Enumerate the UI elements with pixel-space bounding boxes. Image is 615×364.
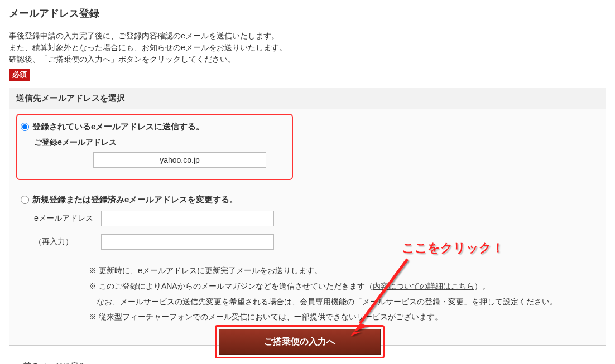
option-registered-row[interactable]: 登録されているeメールアドレスに送信する。: [21, 122, 286, 132]
required-badge: 必須: [9, 69, 30, 81]
panel-header: 送信先メールアドレスを選択: [9, 88, 606, 109]
primary-button-highlight: ご搭乗便の入力へ: [215, 325, 385, 358]
option-new-row[interactable]: 新規登録または登録済みeメールアドレスを変更する。: [21, 195, 594, 205]
option-registered-label: 登録されているeメールアドレスに送信する。: [32, 122, 204, 132]
proceed-button[interactable]: ご搭乗便の入力へ: [219, 329, 381, 355]
panel-body: 登録されているeメールアドレスに送信する。 ご登録eメールアドレス yahoo.…: [9, 109, 606, 345]
callout-annotation: ここをクリック！: [402, 240, 504, 256]
registered-email-sublabel: ご登録eメールアドレス: [34, 138, 286, 148]
email-select-panel: 送信先メールアドレスを選択 登録されているeメールアドレスに送信する。 ご登録e…: [9, 88, 606, 346]
option-new-radio[interactable]: [21, 196, 29, 204]
email-field-label: eメールアドレス: [34, 213, 101, 224]
notes: ※ 更新時に、eメールアドレスに更新完了メールをお送りします。 ※ このご登録に…: [89, 264, 594, 324]
details-link[interactable]: 内容についての詳細はこちら: [373, 282, 474, 290]
option-registered-radio[interactable]: [21, 123, 29, 131]
note-2-indent: なお、メールサービスの送信先変更を希望される場合は、会員専用機能の「メールサービ…: [97, 295, 594, 309]
note-2-pre: ※ このご登録によりANAからのメールマガジンなどを送信させていただきます（: [89, 282, 373, 290]
page-title: メールアドレス登録: [9, 7, 606, 20]
back-link[interactable]: ＜ 前のページに戻る: [13, 361, 86, 364]
email-confirm-input[interactable]: [101, 234, 274, 250]
email-input[interactable]: [101, 211, 274, 226]
option-new-block: 新規登録または登録済みeメールアドレスを変更する。 eメールアドレス （再入力）…: [16, 189, 599, 335]
intro-text: 事後登録申請の入力完了後に、ご登録内容確認のeメールを送信いたします。 また、積…: [9, 30, 606, 65]
option-new-label: 新規登録または登録済みeメールアドレスを変更する。: [32, 195, 238, 205]
note-2-post: ）。: [474, 282, 490, 290]
note-3: ※ 従来型フィーチャーフォンでのメール受信においては、一部提供できないサービスが…: [89, 310, 594, 324]
email-confirm-label: （再入力）: [34, 237, 101, 247]
intro-line-2: また、積算対象外となった場合にも、お知らせのeメールをお送りいたします。: [9, 42, 606, 54]
intro-line-1: 事後登録申請の入力完了後に、ご登録内容確認のeメールを送信いたします。: [9, 30, 606, 42]
note-1: ※ 更新時に、eメールアドレスに更新完了メールをお送りします。: [89, 264, 594, 278]
option-registered-highlight: 登録されているeメールアドレスに送信する。 ご登録eメールアドレス yahoo.…: [16, 114, 293, 180]
note-2: ※ このご登録によりANAからのメールマガジンなどを送信させていただきます（内容…: [89, 280, 594, 293]
intro-line-3: 確認後、「ご搭乗便の入力へ」ボタンをクリックしてください。: [9, 54, 606, 65]
registered-email-value: yahoo.co.jp: [93, 152, 266, 168]
